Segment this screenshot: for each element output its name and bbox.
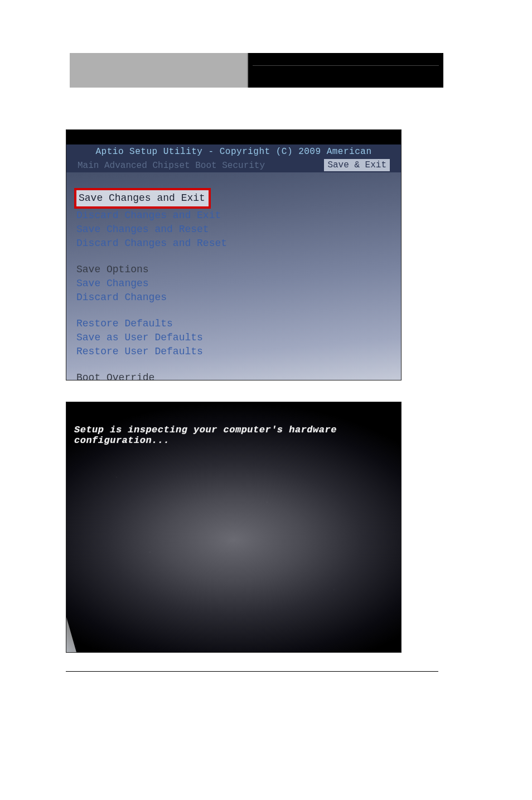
bios-tab-save-exit: Save & Exit xyxy=(324,159,390,171)
bios-item-discard-reset: Discard Changes and Reset xyxy=(76,237,401,250)
bios-setup-photo: Aptio Setup Utility - Copyright (C) 2009… xyxy=(66,129,402,380)
bios-item-restore-defaults: Restore Defaults xyxy=(76,317,401,331)
bios-heading-boot-override: Boot Override xyxy=(76,371,401,380)
bios-black-border xyxy=(66,130,401,144)
photo-monitor-bezel xyxy=(66,602,91,652)
bios-title: Aptio Setup Utility - Copyright (C) 2009… xyxy=(66,144,401,159)
bios-item-save-changes: Save Changes xyxy=(76,277,401,291)
boot-inspect-photo: Setup is inspecting your computer's hard… xyxy=(66,402,402,653)
bios-item-restore-user-defaults: Restore User Defaults xyxy=(76,345,401,359)
bios-tab-row: Main Advanced Chipset Boot Security Save… xyxy=(66,159,401,172)
bios-item-discard-exit: Discard Changes and Exit xyxy=(76,209,401,223)
boot-message: Setup is inspecting your computer's hard… xyxy=(74,425,401,446)
footer-rule xyxy=(66,671,438,672)
bios-item-save-reset: Save Changes and Reset xyxy=(76,223,401,237)
bios-item-save-changes-exit: Save Changes and Exit xyxy=(74,188,211,209)
page-header-band xyxy=(70,53,443,88)
header-left-gray xyxy=(70,53,248,88)
bios-item-discard-changes: Discard Changes xyxy=(76,291,401,305)
header-divider-line xyxy=(253,65,439,66)
bios-tabs-inactive: Main Advanced Chipset Boot Security xyxy=(78,161,265,171)
bios-item-save-user-defaults: Save as User Defaults xyxy=(76,331,401,345)
bios-heading-save-options: Save Options xyxy=(76,263,401,277)
bios-menu: Save Changes and Exit Discard Changes an… xyxy=(66,172,401,380)
header-right-black xyxy=(248,53,443,88)
